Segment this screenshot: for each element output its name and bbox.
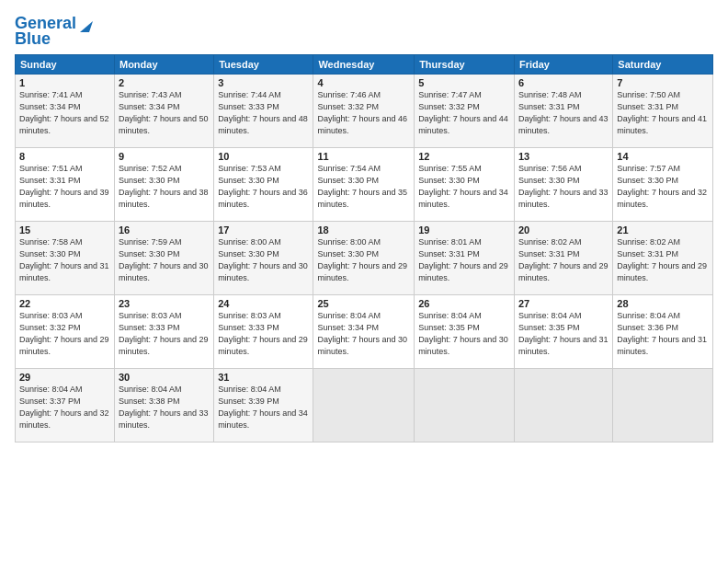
day-number: 9 (119, 151, 210, 162)
day-cell-16: 16Sunrise: 7:59 AMSunset: 3:30 PMDayligh… (114, 221, 213, 294)
day-detail: Sunrise: 8:01 AMSunset: 3:31 PMDaylight:… (418, 236, 510, 284)
day-number: 28 (617, 298, 709, 309)
day-number: 23 (119, 298, 210, 309)
day-detail: Sunrise: 7:46 AMSunset: 3:32 PMDaylight:… (317, 89, 410, 137)
day-number: 25 (317, 298, 410, 309)
svg-marker-0 (80, 21, 93, 32)
weekday-header-sunday: Sunday (16, 54, 115, 74)
day-number: 5 (418, 77, 510, 88)
day-number: 22 (19, 298, 110, 309)
day-cell-5: 5Sunrise: 7:47 AMSunset: 3:32 PMDaylight… (415, 74, 515, 147)
logo-inner: General Blue (15, 15, 93, 49)
day-number: 17 (218, 224, 309, 236)
day-number: 1 (19, 77, 110, 88)
empty-cell (613, 368, 713, 442)
day-number: 11 (317, 151, 410, 162)
day-number: 31 (218, 372, 309, 383)
calendar-table: SundayMondayTuesdayWednesdayThursdayFrid… (15, 54, 713, 442)
day-cell-14: 14Sunrise: 7:57 AMSunset: 3:30 PMDayligh… (613, 147, 713, 221)
day-cell-28: 28Sunrise: 8:04 AMSunset: 3:36 PMDayligh… (613, 294, 713, 368)
day-number: 7 (617, 77, 709, 88)
logo-bird-icon (78, 16, 93, 32)
day-number: 12 (418, 151, 510, 162)
calendar-week-5: 29Sunrise: 8:04 AMSunset: 3:37 PMDayligh… (16, 368, 713, 442)
day-detail: Sunrise: 7:41 AMSunset: 3:34 PMDaylight:… (19, 89, 110, 137)
day-detail: Sunrise: 7:58 AMSunset: 3:30 PMDaylight:… (19, 236, 110, 284)
day-cell-25: 25Sunrise: 8:04 AMSunset: 3:34 PMDayligh… (313, 294, 415, 368)
day-detail: Sunrise: 7:56 AMSunset: 3:30 PMDaylight:… (518, 163, 609, 211)
weekday-header-monday: Monday (114, 54, 213, 74)
weekday-header-thursday: Thursday (415, 54, 515, 74)
day-cell-22: 22Sunrise: 8:03 AMSunset: 3:32 PMDayligh… (16, 294, 115, 368)
calendar-week-3: 15Sunrise: 7:58 AMSunset: 3:30 PMDayligh… (16, 221, 713, 294)
day-cell-8: 8Sunrise: 7:51 AMSunset: 3:31 PMDaylight… (16, 147, 115, 221)
day-detail: Sunrise: 7:57 AMSunset: 3:30 PMDaylight:… (617, 163, 709, 211)
day-detail: Sunrise: 8:04 AMSunset: 3:38 PMDaylight:… (119, 384, 210, 431)
day-detail: Sunrise: 8:02 AMSunset: 3:31 PMDaylight:… (617, 236, 709, 284)
day-cell-31: 31Sunrise: 8:04 AMSunset: 3:39 PMDayligh… (214, 368, 313, 442)
day-detail: Sunrise: 7:52 AMSunset: 3:30 PMDaylight:… (119, 163, 210, 211)
day-cell-17: 17Sunrise: 8:00 AMSunset: 3:30 PMDayligh… (214, 221, 313, 294)
day-number: 26 (418, 298, 510, 309)
day-number: 20 (518, 224, 609, 236)
day-detail: Sunrise: 7:59 AMSunset: 3:30 PMDaylight:… (119, 236, 210, 284)
day-detail: Sunrise: 8:03 AMSunset: 3:33 PMDaylight:… (119, 310, 210, 358)
day-cell-3: 3Sunrise: 7:44 AMSunset: 3:33 PMDaylight… (214, 74, 313, 147)
empty-cell (313, 368, 415, 442)
day-detail: Sunrise: 8:04 AMSunset: 3:34 PMDaylight:… (317, 310, 410, 358)
day-cell-30: 30Sunrise: 8:04 AMSunset: 3:38 PMDayligh… (114, 368, 213, 442)
calendar-week-2: 8Sunrise: 7:51 AMSunset: 3:31 PMDaylight… (16, 147, 713, 221)
day-number: 8 (19, 151, 110, 162)
day-detail: Sunrise: 8:00 AMSunset: 3:30 PMDaylight:… (218, 236, 309, 284)
day-number: 6 (518, 77, 609, 88)
weekday-header-saturday: Saturday (613, 54, 713, 74)
day-detail: Sunrise: 7:54 AMSunset: 3:30 PMDaylight:… (317, 163, 410, 211)
day-number: 18 (317, 224, 410, 236)
day-number: 21 (617, 224, 709, 236)
day-detail: Sunrise: 8:04 AMSunset: 3:35 PMDaylight:… (418, 310, 510, 358)
day-detail: Sunrise: 7:55 AMSunset: 3:30 PMDaylight:… (418, 163, 510, 211)
weekday-header-wednesday: Wednesday (313, 54, 415, 74)
day-cell-2: 2Sunrise: 7:43 AMSunset: 3:34 PMDaylight… (114, 74, 213, 147)
day-cell-13: 13Sunrise: 7:56 AMSunset: 3:30 PMDayligh… (514, 147, 612, 221)
day-cell-21: 21Sunrise: 8:02 AMSunset: 3:31 PMDayligh… (613, 221, 713, 294)
day-number: 24 (218, 298, 309, 309)
weekday-header-row: SundayMondayTuesdayWednesdayThursdayFrid… (16, 54, 713, 74)
day-number: 19 (418, 224, 510, 236)
day-number: 3 (218, 77, 309, 88)
page: General Blue SundayMondayTuesdayWednesda… (0, 0, 728, 563)
day-cell-4: 4Sunrise: 7:46 AMSunset: 3:32 PMDaylight… (313, 74, 415, 147)
day-detail: Sunrise: 8:04 AMSunset: 3:39 PMDaylight:… (218, 384, 309, 431)
day-cell-12: 12Sunrise: 7:55 AMSunset: 3:30 PMDayligh… (415, 147, 515, 221)
day-cell-7: 7Sunrise: 7:50 AMSunset: 3:31 PMDaylight… (613, 74, 713, 147)
day-detail: Sunrise: 7:51 AMSunset: 3:31 PMDaylight:… (19, 163, 110, 211)
day-cell-18: 18Sunrise: 8:00 AMSunset: 3:30 PMDayligh… (313, 221, 415, 294)
day-cell-24: 24Sunrise: 8:03 AMSunset: 3:33 PMDayligh… (214, 294, 313, 368)
day-number: 4 (317, 77, 410, 88)
weekday-header-tuesday: Tuesday (214, 54, 313, 74)
day-detail: Sunrise: 8:04 AMSunset: 3:37 PMDaylight:… (19, 384, 110, 431)
day-number: 29 (19, 372, 110, 383)
weekday-header-friday: Friday (514, 54, 612, 74)
calendar-week-4: 22Sunrise: 8:03 AMSunset: 3:32 PMDayligh… (16, 294, 713, 368)
day-number: 15 (19, 224, 110, 236)
day-detail: Sunrise: 7:44 AMSunset: 3:33 PMDaylight:… (218, 89, 309, 137)
day-cell-26: 26Sunrise: 8:04 AMSunset: 3:35 PMDayligh… (415, 294, 515, 368)
day-number: 2 (119, 77, 210, 88)
day-cell-23: 23Sunrise: 8:03 AMSunset: 3:33 PMDayligh… (114, 294, 213, 368)
day-number: 10 (218, 151, 309, 162)
day-cell-1: 1Sunrise: 7:41 AMSunset: 3:34 PMDaylight… (16, 74, 115, 147)
day-detail: Sunrise: 7:53 AMSunset: 3:30 PMDaylight:… (218, 163, 309, 211)
day-detail: Sunrise: 8:04 AMSunset: 3:35 PMDaylight:… (518, 310, 609, 358)
day-cell-9: 9Sunrise: 7:52 AMSunset: 3:30 PMDaylight… (114, 147, 213, 221)
day-cell-29: 29Sunrise: 8:04 AMSunset: 3:37 PMDayligh… (16, 368, 115, 442)
day-detail: Sunrise: 7:48 AMSunset: 3:31 PMDaylight:… (518, 89, 609, 137)
day-detail: Sunrise: 8:03 AMSunset: 3:32 PMDaylight:… (19, 310, 110, 358)
day-cell-10: 10Sunrise: 7:53 AMSunset: 3:30 PMDayligh… (214, 147, 313, 221)
day-cell-6: 6Sunrise: 7:48 AMSunset: 3:31 PMDaylight… (514, 74, 612, 147)
day-cell-20: 20Sunrise: 8:02 AMSunset: 3:31 PMDayligh… (514, 221, 612, 294)
day-cell-15: 15Sunrise: 7:58 AMSunset: 3:30 PMDayligh… (16, 221, 115, 294)
day-cell-11: 11Sunrise: 7:54 AMSunset: 3:30 PMDayligh… (313, 147, 415, 221)
day-cell-19: 19Sunrise: 8:01 AMSunset: 3:31 PMDayligh… (415, 221, 515, 294)
header: General Blue (15, 11, 713, 49)
